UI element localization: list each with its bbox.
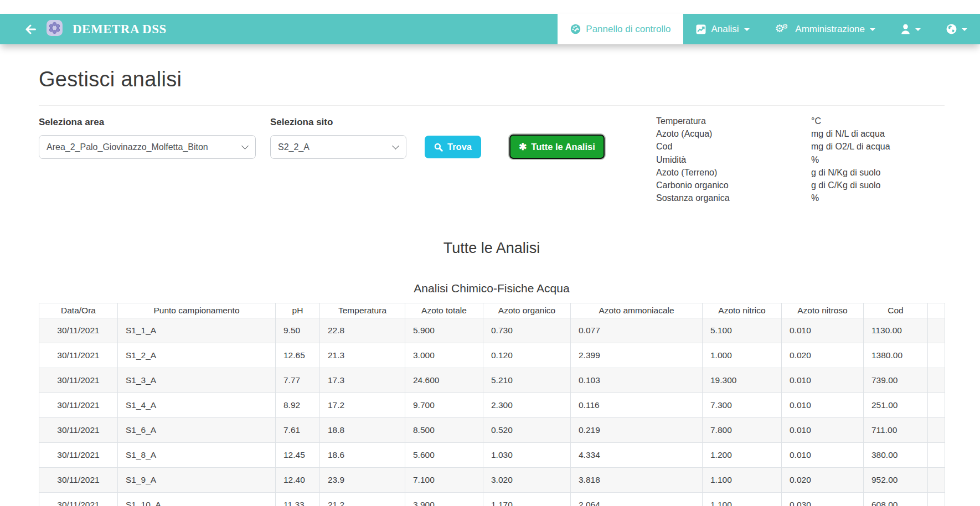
table-cell: 30/11/2021 — [39, 468, 118, 493]
table-row: 30/11/2021S1_10_A11.3321.23.9001.1702.06… — [39, 493, 945, 506]
legend-unit: % — [811, 192, 890, 204]
nav-item-user[interactable] — [888, 14, 933, 44]
table-cell: 380.00 — [864, 443, 928, 468]
table-cell: S1_3_A — [118, 368, 276, 393]
nav-item-dashboard[interactable]: Pannello di controllo — [558, 14, 683, 44]
table-cell: 1.030 — [483, 443, 571, 468]
back-button[interactable] — [25, 24, 37, 34]
gears-icon: ⚙⚙ — [775, 23, 791, 34]
table-cell: 18.8 — [320, 418, 405, 443]
table-cell: S1_6_A — [118, 418, 276, 443]
table-cell: 1380.00 — [864, 343, 928, 368]
column-header: Azoto nitroso — [782, 303, 864, 318]
legend-label: Temperatura — [656, 115, 811, 127]
table-cell — [928, 418, 945, 443]
table-cell: 5.900 — [405, 318, 483, 343]
globe-icon — [946, 24, 957, 34]
table-cell: 739.00 — [864, 368, 928, 393]
site-select-wrap: S2_2_A — [270, 135, 406, 159]
table-cell: 2.300 — [483, 393, 571, 418]
table-cell: 30/11/2021 — [39, 393, 118, 418]
table-cell: 30/11/2021 — [39, 368, 118, 393]
table-cell: 0.730 — [483, 318, 571, 343]
column-header: Data/Ora — [39, 303, 118, 318]
site-field: Seleziona sito S2_2_A — [270, 117, 406, 159]
legend-label: Azoto (Acqua) — [656, 127, 811, 140]
table-cell: 251.00 — [864, 393, 928, 418]
table-cell: 7.800 — [703, 418, 782, 443]
asterisk-icon: ✱ — [519, 142, 527, 152]
all-analyses-button-label: Tutte le Analisi — [531, 142, 595, 152]
column-header: Azoto nitrico — [703, 303, 782, 318]
nav-item-administration[interactable]: ⚙⚙ Amministrazione — [762, 14, 888, 44]
table-cell: 18.6 — [320, 443, 405, 468]
all-analyses-button[interactable]: ✱ Tutte le Analisi — [509, 135, 605, 159]
app-logo-icon[interactable] — [46, 19, 63, 39]
find-button[interactable]: Trova — [425, 136, 481, 158]
table-cell: 7.300 — [703, 393, 782, 418]
table-row: 30/11/2021S1_1_A9.5022.85.9000.7300.0775… — [39, 318, 945, 343]
analysis-table-body: 30/11/2021S1_1_A9.5022.85.9000.7300.0775… — [39, 318, 945, 506]
table-cell: 30/11/2021 — [39, 343, 118, 368]
table-cell: S1_1_A — [118, 318, 276, 343]
chevron-down-icon — [915, 28, 921, 31]
table-cell: 952.00 — [864, 468, 928, 493]
table-cell: 7.61 — [276, 418, 320, 443]
table-cell: 0.219 — [571, 418, 703, 443]
table-cell — [928, 393, 945, 418]
table-cell: 3.020 — [483, 468, 571, 493]
table-cell: 1.200 — [703, 443, 782, 468]
arrow-left-icon — [25, 24, 37, 34]
column-header: Azoto organico — [483, 303, 571, 318]
table-cell: 0.010 — [782, 443, 864, 468]
legend-unit: °C — [811, 115, 890, 127]
table-cell — [928, 318, 945, 343]
table-cell: 4.334 — [571, 443, 703, 468]
table-cell: 30/11/2021 — [39, 418, 118, 443]
table-cell: 30/11/2021 — [39, 318, 118, 343]
table-cell: S1_9_A — [118, 468, 276, 493]
table-cell: S1_2_A — [118, 343, 276, 368]
table-cell: 12.65 — [276, 343, 320, 368]
column-header: Azoto ammoniacale — [571, 303, 703, 318]
table-cell: 1.100 — [703, 468, 782, 493]
table-cell: 1.000 — [703, 343, 782, 368]
navbar-left: DEMETRA DSS — [0, 14, 167, 44]
nav-item-label: Pannello di controllo — [586, 24, 670, 35]
column-header: Temperatura — [320, 303, 405, 318]
legend-label: Umidità — [656, 153, 811, 166]
filters-section: Seleziona area Area_2_Palo_Giovinazzo_Mo… — [39, 117, 945, 215]
column-header: Azoto totale — [405, 303, 483, 318]
column-header: pH — [276, 303, 320, 318]
area-select[interactable]: Area_2_Palo_Giovinazzo_Molfetta_Biton — [39, 135, 256, 159]
table-cell: 2.399 — [571, 343, 703, 368]
table-cell: 5.600 — [405, 443, 483, 468]
table-cell: 30/11/2021 — [39, 443, 118, 468]
table-title: Analisi Chimico-Fisiche Acqua — [39, 282, 945, 295]
table-cell: 0.010 — [782, 418, 864, 443]
site-label: Seleziona sito — [270, 117, 406, 128]
table-row: 30/11/2021S1_6_A7.6118.88.5000.5200.2197… — [39, 418, 945, 443]
table-cell: 1.170 — [483, 493, 571, 506]
nav-item-analysis[interactable]: Analisi — [683, 14, 762, 44]
table-cell: 0.010 — [782, 318, 864, 343]
legend-unit: g di N/Kg di suolo — [811, 166, 890, 179]
table-cell: 7.77 — [276, 368, 320, 393]
table-cell: 17.3 — [320, 368, 405, 393]
brand-title[interactable]: DEMETRA DSS — [73, 22, 167, 37]
area-label: Seleziona area — [39, 117, 256, 128]
nav-item-globe[interactable] — [933, 14, 980, 44]
table-cell: 23.9 — [320, 468, 405, 493]
table-cell: S1_4_A — [118, 393, 276, 418]
units-legend: Temperatura°CAzoto (Acqua)mg di N/L di a… — [656, 115, 890, 204]
table-cell: 711.00 — [864, 418, 928, 443]
nav-item-label: Amministrazione — [795, 24, 865, 35]
site-select[interactable]: S2_2_A — [270, 135, 406, 159]
chevron-down-icon — [744, 28, 750, 31]
column-header: Punto campionamento — [118, 303, 276, 318]
legend-label: Cod — [656, 140, 811, 153]
table-cell — [928, 468, 945, 493]
table-cell: 5.100 — [703, 318, 782, 343]
table-cell: 9.50 — [276, 318, 320, 343]
legend-unit: % — [811, 153, 890, 166]
